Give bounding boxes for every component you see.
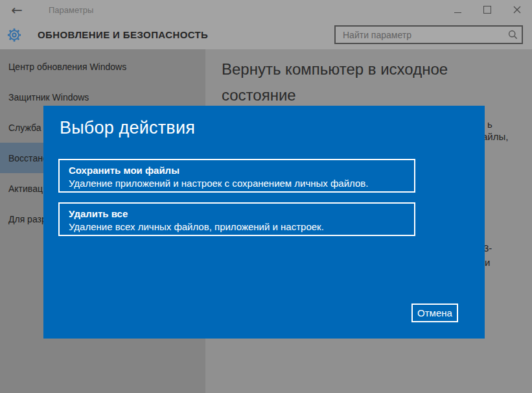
back-button[interactable]: ← (8, 2, 26, 19)
minimize-button[interactable] (443, 0, 472, 19)
cancel-button[interactable]: Отмена (411, 304, 458, 322)
option-remove-everything[interactable]: Удалить все Удаление всех личных файлов,… (58, 202, 415, 236)
search-icon (508, 30, 518, 40)
reset-choice-dialog: Выбор действия Сохранить мои файлы Удале… (43, 106, 485, 339)
search-box[interactable] (334, 25, 523, 44)
dialog-options: Сохранить мои файлы Удаление приложений … (58, 159, 415, 246)
gear-icon (7, 28, 21, 42)
header: ← Параметры (0, 0, 532, 49)
window-controls (443, 0, 532, 19)
clipped-text-fragment: ь (487, 119, 492, 130)
maximize-button[interactable] (472, 0, 502, 19)
maximize-icon (483, 6, 491, 14)
option-keep-my-files[interactable]: Сохранить мои файлы Удаление приложений … (58, 159, 415, 193)
option-description: Удаление приложений и настроек с сохране… (69, 177, 405, 190)
sidebar-item-windows-update[interactable]: Центр обновления Windows (0, 51, 205, 82)
option-title: Сохранить мои файлы (69, 164, 405, 177)
option-description: Удаление всех личных файлов, приложений … (69, 220, 405, 233)
close-button[interactable] (502, 0, 532, 19)
minimize-icon (454, 12, 461, 13)
search-input[interactable] (341, 29, 508, 41)
close-icon (513, 6, 521, 14)
clipped-text-fragment: 3- (483, 243, 492, 254)
clipped-text-fragment: и (485, 257, 490, 268)
back-arrow-icon: ← (11, 3, 23, 18)
dialog-title: Выбор действия (60, 118, 195, 138)
page-title: ОБНОВЛЕНИЕ И БЕЗОПАСНОСТЬ (38, 29, 208, 40)
window-title: Параметры (49, 5, 93, 15)
content-heading: Вернуть компьютер в исходное состояние (222, 56, 458, 108)
settings-window: ← Параметры (0, 0, 532, 393)
option-title: Удалить все (69, 208, 405, 220)
clipped-text-fragment: айлы, (482, 131, 508, 142)
